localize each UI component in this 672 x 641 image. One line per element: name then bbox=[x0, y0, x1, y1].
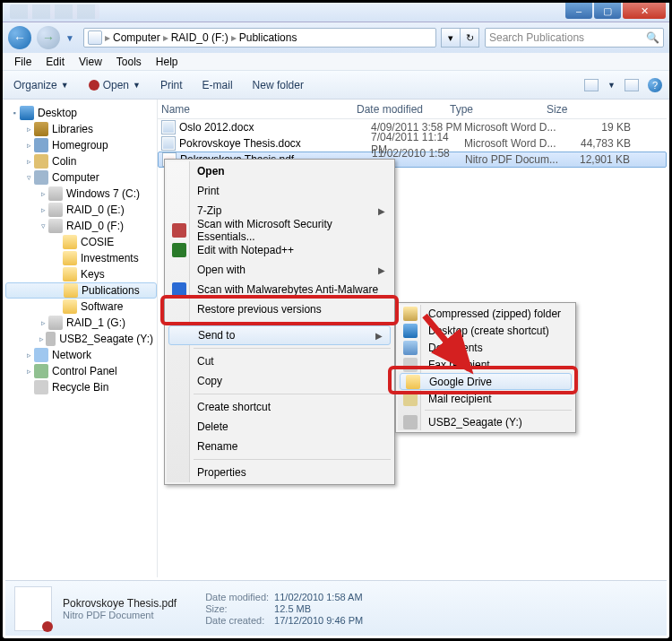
forward-button[interactable]: → bbox=[37, 26, 60, 49]
menu-file[interactable]: File bbox=[8, 55, 38, 69]
menu-help[interactable]: Help bbox=[150, 55, 185, 69]
open-button[interactable]: Open ▼ bbox=[85, 77, 144, 93]
details-filename: Pokrovskoye Thesis.pdf bbox=[63, 597, 177, 610]
tree-label: Software bbox=[81, 300, 123, 313]
tree-item-investments[interactable]: Investments bbox=[5, 250, 157, 266]
tree-item-publications[interactable]: Publications bbox=[5, 282, 157, 299]
menu-edit[interactable]: Edit bbox=[39, 55, 71, 69]
tree-twisty[interactable]: ▹ bbox=[38, 189, 48, 198]
breadcrumb[interactable]: ▸ Computer ▸ RAID_0 (F:) ▸ Publications bbox=[83, 28, 436, 48]
ctx-scan-mb[interactable]: Scan with Malwarebytes Anti-Malware bbox=[167, 280, 392, 299]
ctx-delete[interactable]: Delete bbox=[167, 417, 392, 437]
ctx-print[interactable]: Print bbox=[167, 181, 392, 201]
tree-twisty[interactable]: ▹ bbox=[23, 125, 34, 134]
col-name[interactable]: Name bbox=[161, 103, 357, 116]
ctx-restore[interactable]: Restore previous versions bbox=[167, 299, 392, 319]
tree-twisty[interactable]: ▹ bbox=[23, 367, 34, 376]
tree-item-homegroup[interactable]: ▹Homegroup bbox=[5, 137, 157, 153]
sendto-documents[interactable]: Documents bbox=[398, 339, 573, 356]
file-type: Microsoft Word D... bbox=[464, 121, 561, 134]
tree-item-raid-0-e-[interactable]: ▹RAID_0 (E:) bbox=[5, 202, 157, 218]
menu-view[interactable]: View bbox=[73, 55, 108, 69]
sendto-submenu: Compressed (zipped) folder Desktop (crea… bbox=[395, 302, 576, 433]
tree-twisty[interactable]: ▹ bbox=[23, 351, 34, 359]
ctx-shortcut[interactable]: Create shortcut bbox=[167, 397, 392, 417]
tree-item-raid-1-g-[interactable]: ▹RAID_1 (G:) bbox=[5, 315, 157, 331]
ctx-open[interactable]: Open bbox=[167, 161, 392, 181]
crumb-computer[interactable]: Computer bbox=[113, 31, 160, 44]
back-button[interactable]: ← bbox=[8, 26, 31, 49]
tree-icon bbox=[46, 332, 56, 346]
organize-button[interactable]: Organize ▼ bbox=[10, 77, 73, 93]
column-headers[interactable]: Name Date modified Type Size bbox=[158, 100, 667, 119]
tree-item-desktop[interactable]: ▪Desktop bbox=[5, 105, 157, 121]
ctx-openwith[interactable]: Open with▶ bbox=[167, 260, 392, 280]
sendto-usb[interactable]: USB2_Seagate (Y:) bbox=[398, 413, 573, 430]
details-modified-label: Date modified: bbox=[205, 592, 269, 602]
col-date[interactable]: Date modified bbox=[357, 103, 450, 116]
tree-item-usb2-seagate-y-[interactable]: ▹USB2_Seagate (Y:) bbox=[5, 331, 157, 347]
tree-icon bbox=[34, 154, 48, 169]
sendto-google-drive[interactable]: Google Drive bbox=[400, 373, 572, 390]
ctx-sendto[interactable]: Send to▶ bbox=[168, 325, 391, 345]
fax-icon bbox=[403, 358, 418, 372]
tree-twisty[interactable]: ▹ bbox=[38, 318, 48, 327]
newfolder-button[interactable]: New folder bbox=[249, 77, 307, 93]
navigation-pane: ▪Desktop▹Libraries▹Homegroup▹Colin▿Compu… bbox=[5, 100, 158, 577]
ctx-rename[interactable]: Rename bbox=[167, 437, 392, 456]
ctx-copy[interactable]: Copy bbox=[167, 371, 392, 391]
col-size[interactable]: Size bbox=[547, 103, 667, 116]
tree-item-libraries[interactable]: ▹Libraries bbox=[5, 121, 157, 137]
tree-twisty[interactable]: ▹ bbox=[38, 334, 46, 343]
tree-item-windows-7-c-[interactable]: ▹Windows 7 (C:) bbox=[5, 186, 157, 202]
preview-pane-button[interactable] bbox=[625, 79, 639, 91]
tree-item-computer[interactable]: ▿Computer bbox=[5, 169, 157, 186]
tree-icon bbox=[34, 348, 48, 362]
tree-twisty[interactable]: ▹ bbox=[38, 205, 48, 214]
print-button[interactable]: Print bbox=[157, 77, 186, 93]
crumb-drive[interactable]: RAID_0 (F:) bbox=[171, 31, 228, 44]
close-button[interactable]: ✕ bbox=[623, 3, 666, 19]
tree-twisty[interactable]: ▹ bbox=[23, 157, 34, 166]
search-input[interactable]: Search Publications 🔍 bbox=[485, 28, 664, 48]
ctx-scan-mse[interactable]: Scan with Microsoft Security Essentials.… bbox=[167, 221, 392, 240]
history-dropdown[interactable]: ▼ bbox=[65, 33, 78, 43]
email-button[interactable]: E-mail bbox=[199, 77, 237, 93]
details-created-label: Date created: bbox=[205, 615, 269, 626]
tree-icon bbox=[63, 299, 77, 314]
sendto-desktop[interactable]: Desktop (create shortcut) bbox=[398, 322, 573, 339]
tree-item-colin[interactable]: ▹Colin bbox=[5, 153, 157, 169]
help-button[interactable]: ? bbox=[648, 78, 662, 92]
minimize-button[interactable]: – bbox=[565, 3, 592, 19]
tree-label: Desktop bbox=[38, 107, 77, 119]
tree-twisty[interactable]: ▹ bbox=[23, 141, 34, 150]
ctx-cut[interactable]: Cut bbox=[167, 351, 392, 371]
ctx-properties[interactable]: Properties bbox=[167, 463, 392, 482]
sendto-zip[interactable]: Compressed (zipped) folder bbox=[398, 305, 573, 322]
view-options-button[interactable] bbox=[584, 79, 599, 91]
tree-label: RAID_0 (E:) bbox=[66, 204, 125, 216]
sendto-fax[interactable]: Fax recipient bbox=[398, 356, 573, 373]
crumb-folder[interactable]: Publications bbox=[239, 31, 297, 44]
documents-icon bbox=[403, 341, 418, 355]
tree-twisty[interactable]: ▪ bbox=[9, 108, 20, 117]
tree-item-recycle-bin[interactable]: Recycle Bin bbox=[5, 379, 157, 395]
menu-tools[interactable]: Tools bbox=[110, 55, 148, 69]
tree-item-raid-0-f-[interactable]: ▿RAID_0 (F:) bbox=[5, 218, 157, 234]
tree-item-control-panel[interactable]: ▹Control Panel bbox=[5, 363, 157, 379]
tree-item-software[interactable]: Software bbox=[5, 299, 157, 315]
tree-label: USB2_Seagate (Y:) bbox=[59, 333, 153, 345]
tree-item-keys[interactable]: Keys bbox=[5, 266, 157, 282]
zip-icon bbox=[403, 307, 418, 321]
tree-item-network[interactable]: ▹Network bbox=[5, 347, 157, 363]
tree-twisty[interactable]: ▿ bbox=[23, 173, 34, 182]
refresh-button[interactable]: ↻ bbox=[460, 28, 479, 48]
col-type[interactable]: Type bbox=[450, 103, 547, 116]
file-name: Oslo 2012.docx bbox=[179, 121, 371, 134]
maximize-button[interactable]: ▢ bbox=[594, 3, 621, 19]
sendto-mail[interactable]: Mail recipient bbox=[398, 390, 573, 407]
tree-twisty[interactable]: ▿ bbox=[38, 221, 48, 230]
ctx-npp[interactable]: Edit with Notepad++ bbox=[167, 240, 392, 260]
tree-item-cosie[interactable]: COSIE bbox=[5, 234, 157, 250]
address-dropdown[interactable]: ▾ bbox=[441, 28, 461, 48]
